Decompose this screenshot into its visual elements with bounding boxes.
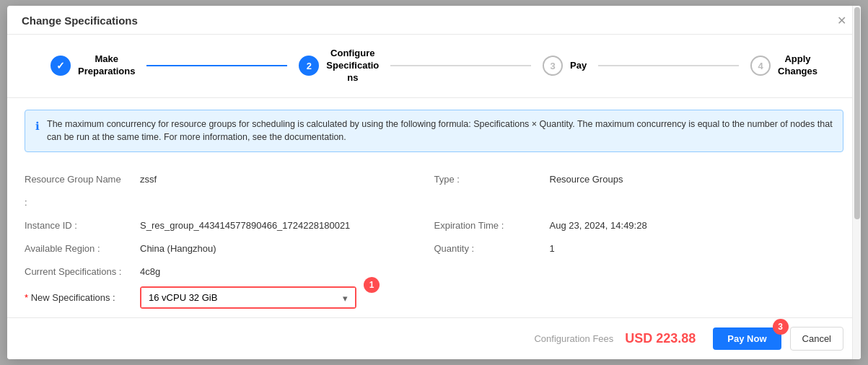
new-spec-select[interactable]: 4 vCPU 8 GiB 8 vCPU 16 GiB 16 vCPU 32 Gi… bbox=[141, 288, 355, 307]
expiration-value: Aug 23, 2024, 14:49:28 bbox=[550, 217, 647, 231]
colon-label: : bbox=[25, 194, 140, 208]
step-4-label: ApplyChanges bbox=[778, 53, 817, 78]
current-spec-label: Current Specifications : bbox=[25, 263, 140, 277]
connector-2-3 bbox=[390, 65, 531, 66]
empty-row bbox=[434, 190, 844, 213]
connector-1-2 bbox=[146, 65, 287, 66]
new-spec-section: * * New Specifications :New Specificatio… bbox=[25, 282, 843, 313]
current-spec-value: 4c8g bbox=[140, 263, 160, 277]
config-fees-label: Configuration Fees bbox=[534, 333, 613, 344]
step-3: 3 Pay bbox=[543, 56, 587, 76]
instance-id-value: S_res_group_443414577890466_172422818002… bbox=[140, 217, 350, 231]
close-button[interactable]: ✕ bbox=[837, 15, 846, 34]
step-1: ✓ MakePreparations bbox=[51, 53, 135, 78]
modal: Change Specifications ✕ ✓ MakePreparatio… bbox=[7, 6, 861, 359]
scrollbar-track[interactable] bbox=[852, 6, 861, 359]
step-4-circle: 4 bbox=[750, 56, 771, 76]
badge-1: 1 bbox=[364, 277, 380, 293]
available-region-label: Available Region : bbox=[25, 240, 140, 254]
quantity-value: 1 bbox=[550, 240, 555, 254]
info-icon: ℹ bbox=[35, 118, 40, 145]
info-text: The maximum concurrency for resource gro… bbox=[47, 118, 833, 145]
step-2-label: ConfigureSpecifications bbox=[326, 48, 379, 84]
terms-section: * Terms of Service : DataWorks Exclusive… bbox=[25, 313, 843, 317]
modal-header: Change Specifications ✕ bbox=[7, 6, 861, 35]
badge-3: 3 bbox=[773, 319, 789, 335]
resource-group-name-value: zssf bbox=[140, 171, 157, 185]
step-3-circle: 3 bbox=[543, 56, 563, 76]
step-1-label: MakePreparations bbox=[78, 53, 135, 78]
step-4: 4 ApplyChanges bbox=[750, 53, 817, 78]
step-3-label: Pay bbox=[570, 60, 587, 72]
new-spec-select-wrapper: 4 vCPU 8 GiB 8 vCPU 16 GiB 16 vCPU 32 Gi… bbox=[140, 286, 356, 309]
form-grid: Resource Group Name zssf Type : Resource… bbox=[25, 167, 843, 282]
expiration-label: Expiration Time : bbox=[434, 217, 550, 231]
fee-amount: USD 223.88 bbox=[625, 331, 696, 346]
available-region-value: China (Hangzhou) bbox=[140, 240, 216, 254]
colon-row: : bbox=[25, 190, 434, 213]
modal-title: Change Specifications bbox=[22, 14, 138, 34]
type-row: Type : Resource Groups bbox=[434, 167, 844, 190]
type-value: Resource Groups bbox=[550, 171, 623, 185]
expiration-row: Expiration Time : Aug 23, 2024, 14:49:28 bbox=[434, 213, 844, 236]
connector-3-4 bbox=[598, 65, 739, 66]
stepper: ✓ MakePreparations 2 ConfigureSpecificat… bbox=[7, 35, 861, 98]
resource-group-name-label: Resource Group Name bbox=[25, 171, 140, 185]
step-1-circle: ✓ bbox=[51, 56, 71, 76]
pay-now-wrapper: Pay Now 3 bbox=[713, 327, 781, 350]
scrollbar-thumb[interactable] bbox=[854, 7, 860, 219]
pay-now-button[interactable]: Pay Now bbox=[713, 327, 781, 350]
available-region-row: Available Region : China (Hangzhou) bbox=[25, 236, 434, 259]
instance-id-row: Instance ID : S_res_group_44341457789046… bbox=[25, 213, 434, 236]
modal-body: ℹ The maximum concurrency for resource g… bbox=[7, 98, 861, 317]
current-spec-right bbox=[434, 259, 844, 282]
cancel-button[interactable]: Cancel bbox=[790, 327, 843, 351]
modal-overlay: Change Specifications ✕ ✓ MakePreparatio… bbox=[0, 0, 868, 365]
instance-id-label: Instance ID : bbox=[25, 217, 140, 231]
new-spec-label: * * New Specifications :New Specificatio… bbox=[25, 292, 140, 303]
step-2-circle: 2 bbox=[299, 56, 319, 76]
info-banner: ℹ The maximum concurrency for resource g… bbox=[25, 110, 843, 153]
modal-footer: Configuration Fees USD 223.88 Pay Now 3 … bbox=[7, 317, 861, 359]
new-spec-row: * * New Specifications :New Specificatio… bbox=[25, 282, 843, 313]
quantity-row: Quantity : 1 bbox=[434, 236, 844, 259]
resource-group-name-row: Resource Group Name zssf bbox=[25, 167, 434, 190]
terms-row: * Terms of Service : DataWorks Exclusive… bbox=[25, 313, 843, 317]
quantity-label: Quantity : bbox=[434, 240, 550, 254]
step-2: 2 ConfigureSpecifications bbox=[299, 48, 379, 84]
type-label: Type : bbox=[434, 171, 550, 185]
